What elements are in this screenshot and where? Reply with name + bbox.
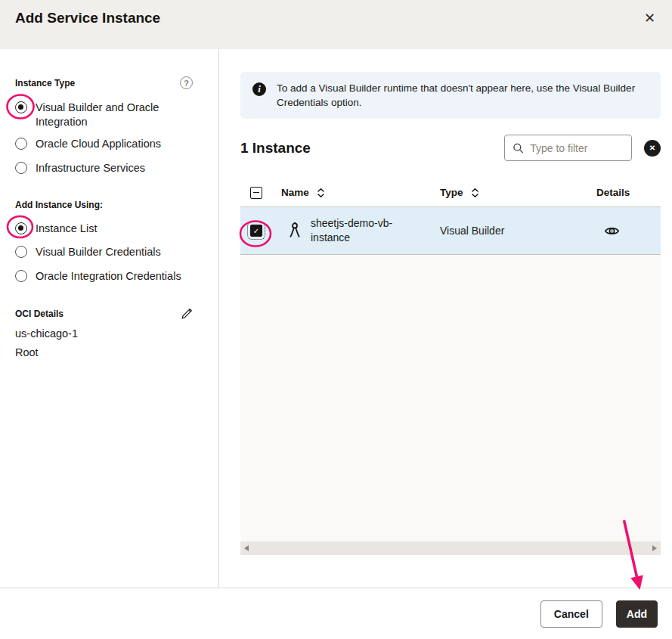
filter-box[interactable]: [504, 135, 632, 161]
visual-builder-instance-icon: [289, 222, 301, 240]
eye-icon: [604, 225, 620, 237]
close-icon: ✕: [644, 11, 655, 26]
radio-icon[interactable]: [15, 246, 27, 258]
radio-infrastructure-services[interactable]: Infrastructure Services: [15, 161, 193, 175]
name-column-header: Name: [281, 187, 309, 198]
dialog-title: Add Service Instance: [15, 8, 160, 28]
help-icon[interactable]: ?: [180, 76, 193, 89]
radio-label: Oracle Integration Credentials: [36, 269, 181, 284]
sort-icon: [471, 187, 479, 199]
row-checkbox[interactable]: ✓: [250, 225, 262, 237]
cancel-button[interactable]: Cancel: [540, 600, 602, 628]
close-button[interactable]: ✕: [643, 8, 657, 28]
instance-type-label: Instance Type: [15, 78, 75, 88]
radio-visual-builder-and-oracle-integration[interactable]: Visual Builder and Oracle Integration: [15, 101, 193, 129]
main-content: i To add a Visual Builder runtime that d…: [219, 49, 672, 588]
table-header: Name Type Details: [240, 178, 661, 207]
scroll-right-icon[interactable]: [652, 545, 657, 551]
radio-label: Oracle Cloud Applications: [36, 137, 161, 151]
row-type-cell: Visual Builder: [440, 225, 596, 237]
radio-oracle-integration-credentials[interactable]: Oracle Integration Credentials: [15, 269, 193, 284]
radio-visual-builder-credentials[interactable]: Visual Builder Credentials: [15, 245, 193, 259]
table-heading-row: 1 Instance ✕: [240, 135, 661, 161]
table-row[interactable]: ✓ sheetjs-demo-vb-instance Visual Builde…: [240, 207, 661, 255]
clear-filter-button[interactable]: ✕: [644, 140, 661, 157]
add-service-instance-dialog: Add Service Instance ✕ Instance Type ? V…: [0, 0, 672, 639]
type-header-cell: Type: [440, 187, 596, 199]
info-banner: i To add a Visual Builder runtime that d…: [240, 72, 661, 119]
oci-details-section: OCI Details: [15, 307, 193, 320]
info-glyph: i: [258, 83, 261, 95]
filter-area: ✕: [504, 135, 661, 161]
dialog-footer: Cancel Add: [0, 588, 672, 639]
radio-oracle-cloud-applications[interactable]: Oracle Cloud Applications: [15, 137, 193, 151]
sort-type-button[interactable]: [471, 187, 479, 199]
check-icon: ✓: [253, 227, 259, 235]
radio-label: Visual Builder and Oracle Integration: [36, 101, 164, 129]
add-instance-using-label: Add Instance Using:: [15, 200, 103, 210]
radio-label: Infrastructure Services: [36, 161, 145, 175]
details-header-cell: Details: [596, 187, 661, 198]
add-instance-using-section: Add Instance Using:: [15, 198, 193, 211]
horizontal-scrollbar[interactable]: [240, 541, 661, 555]
instance-count-heading: 1 Instance: [240, 140, 311, 157]
radio-icon[interactable]: [15, 270, 27, 282]
table-empty-area: [240, 255, 661, 541]
radio-label: Instance List: [36, 222, 97, 236]
radio-icon[interactable]: [15, 162, 27, 174]
row-details-cell: [596, 225, 661, 237]
sort-name-button[interactable]: [317, 187, 325, 199]
select-all-cell: [240, 187, 281, 199]
dialog-header: Add Service Instance ✕: [0, 0, 672, 49]
info-banner-text: To add a Visual Builder runtime that doe…: [277, 81, 647, 110]
indeterminate-icon: [253, 192, 259, 194]
radio-icon[interactable]: [15, 222, 27, 234]
row-name-cell: sheetjs-demo-vb-instance: [281, 216, 440, 245]
name-header-cell: Name: [281, 187, 440, 199]
select-all-checkbox[interactable]: [250, 187, 262, 199]
oci-region-value: us-chicago-1: [15, 327, 193, 341]
type-column-header: Type: [440, 187, 463, 198]
scroll-left-icon[interactable]: [244, 545, 249, 551]
instance-type-section: Instance Type ?: [15, 76, 193, 89]
filter-input[interactable]: [530, 142, 625, 154]
add-button[interactable]: Add: [616, 600, 658, 628]
radio-icon[interactable]: [15, 138, 27, 150]
radio-instance-list[interactable]: Instance List: [15, 222, 193, 236]
search-icon: [513, 141, 524, 155]
edit-pencil-icon[interactable]: [181, 308, 193, 320]
oci-details-label: OCI Details: [15, 309, 63, 319]
sort-icon: [317, 187, 325, 199]
oci-compartment-value: Root: [15, 346, 193, 360]
view-details-button[interactable]: [596, 225, 620, 237]
details-column-header: Details: [596, 187, 630, 198]
row-select-cell: ✓: [240, 225, 281, 237]
help-glyph: ?: [184, 79, 189, 88]
clear-icon: ✕: [649, 144, 655, 152]
radio-icon[interactable]: [15, 101, 27, 113]
radio-label: Visual Builder Credentials: [36, 245, 161, 259]
sidebar: Instance Type ? Visual Builder and Oracl…: [0, 49, 219, 588]
instance-name: sheetjs-demo-vb-instance: [311, 216, 424, 245]
dialog-body: Instance Type ? Visual Builder and Oracl…: [0, 49, 672, 588]
info-icon: i: [252, 82, 266, 96]
instance-type-value: Visual Builder: [440, 225, 504, 237]
